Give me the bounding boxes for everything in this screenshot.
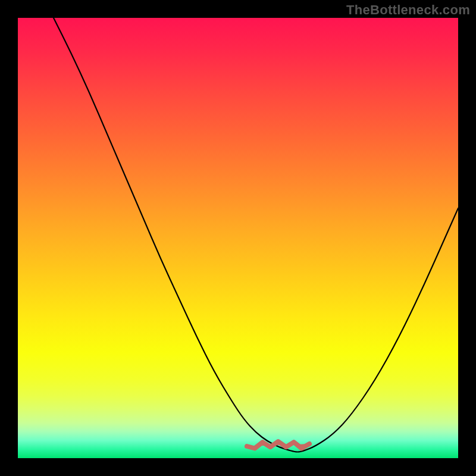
curve-svg <box>18 18 458 458</box>
watermark-text: TheBottleneck.com <box>346 2 470 18</box>
bottleneck-curve <box>54 18 458 452</box>
plot-area <box>18 18 458 458</box>
chart-frame: TheBottleneck.com <box>0 0 476 476</box>
trough-blob <box>247 441 309 449</box>
